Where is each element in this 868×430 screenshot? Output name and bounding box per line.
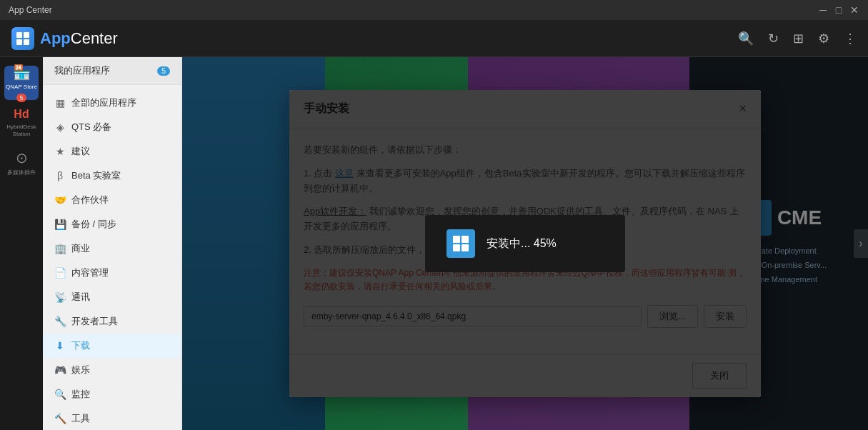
all-apps-icon: ▦ [54,97,66,109]
sidebar-item-recommendations[interactable]: ★ 建议 [43,139,181,164]
multimedia-label: 多媒体插件 [7,169,36,176]
logo-text: AppCenter [40,29,118,48]
my-apps-badge: 5 [157,66,170,76]
recommendations-icon: ★ [54,146,66,157]
refresh-button[interactable]: ↻ [768,31,779,46]
tools-icon: 🔨 [54,413,66,424]
qnap-store-badge: 5 [16,94,26,102]
sidebar-item-download[interactable]: ⬇ 下载 [43,334,181,358]
progress-icon [447,229,475,258]
comms-icon: 📡 [54,291,66,303]
modal-overlay: 手动安装 × 若要安装新的组件，请依据以下步骤： 1. 点击 这里 来查看更多可… [182,57,868,430]
multimedia-icon: ⊙ [16,149,28,166]
my-apps-label: 我的应用程序 [54,64,110,77]
monitoring-icon: 🔍 [54,389,66,400]
app-layout: AppCenter 🔍 ↻ ⊞ ⚙ ⋮ 🏪 QNAP Store 5 Hd Hy… [0,20,868,430]
manage-button[interactable]: ⊞ [793,31,804,46]
app-header: AppCenter 🔍 ↻ ⊞ ⚙ ⋮ [0,20,868,57]
sidebar-item-backup[interactable]: 💾 备份 / 同步 [43,212,181,236]
settings-button[interactable]: ⚙ [818,31,829,46]
search-button[interactable]: 🔍 [738,31,754,46]
sidebar-item-tools[interactable]: 🔨 工具 [43,406,181,430]
partners-label: 合作伙伴 [71,194,109,206]
sidebar-item-multimedia[interactable]: ⊙ 多媒体插件 [4,146,39,180]
logo-icon [11,27,34,50]
store-icon: 🏪 [13,64,31,81]
comms-label: 通讯 [71,291,90,304]
sidebar-item-all-apps[interactable]: ▦ 全部的应用程序 [43,91,181,115]
sidebar-item-monitoring[interactable]: 🔍 监控 [43,382,181,406]
sidebar-nav-section: ▦ 全部的应用程序 ◈ QTS 必备 ★ 建议 β Beta 实验室 🤝 [43,85,181,430]
sidebar-item-qts[interactable]: ◈ QTS 必备 [43,115,181,139]
sidebar-item-entertainment[interactable]: 🎮 娱乐 [43,358,181,382]
sidebar-dark: 🏪 QNAP Store 5 Hd HybridDesk Station ⊙ 多… [0,57,43,430]
qts-label: QTS 必备 [71,121,111,134]
business-label: 商业 [71,242,90,255]
entertainment-icon: 🎮 [54,364,66,376]
sidebar-item-partners[interactable]: 🤝 合作伙伴 [43,188,181,212]
content-label: 内容管理 [71,266,109,279]
sidebar-item-devtools[interactable]: 🔧 开发者工具 [43,309,181,334]
beta-icon: β [54,170,66,181]
partners-icon: 🤝 [54,194,66,206]
sidebar-item-content[interactable]: 📄 内容管理 [43,261,181,285]
recommendations-label: 建议 [71,145,90,158]
maximize-button[interactable]: □ [834,5,844,15]
entertainment-label: 娱乐 [71,364,90,376]
main-content: G S CME • Accelerate Deployment • S [182,57,868,430]
minimize-button[interactable]: ─ [818,5,828,15]
business-icon: 🏢 [54,243,66,254]
sidebar-item-beta[interactable]: β Beta 实验室 [43,164,181,188]
hybriddesk-icon: Hd [14,108,29,121]
progress-overlay: 安装中... 45% [289,90,761,397]
sidebar-my-apps[interactable]: 我的应用程序 5 [43,57,181,85]
qts-icon: ◈ [54,121,66,133]
title-bar-label: App Center [9,5,52,15]
all-apps-label: 全部的应用程序 [71,96,136,109]
manual-install-modal: 手动安装 × 若要安装新的组件，请依据以下步骤： 1. 点击 这里 来查看更多可… [289,90,761,397]
progress-text: 安装中... 45% [487,236,557,251]
download-icon: ⬇ [54,340,66,351]
devtools-label: 开发者工具 [71,315,118,328]
backup-icon: 💾 [54,219,66,230]
hybriddesk-label: HybridDesk Station [4,124,39,137]
title-bar: App Center ─ □ ✕ [0,0,868,20]
header-actions: 🔍 ↻ ⊞ ⚙ ⋮ [738,31,857,46]
more-button[interactable]: ⋮ [844,31,857,46]
sidebar-item-business[interactable]: 🏢 商业 [43,236,181,261]
app-logo: AppCenter [11,27,118,50]
progress-box: 安装中... 45% [425,215,625,272]
app-body: 🏪 QNAP Store 5 Hd HybridDesk Station ⊙ 多… [0,57,868,430]
monitoring-label: 监控 [71,388,90,401]
backup-label: 备份 / 同步 [71,218,116,231]
devtools-icon: 🔧 [54,316,66,327]
sidebar-light: 我的应用程序 5 ▦ 全部的应用程序 ◈ QTS 必备 ★ 建议 β [43,57,182,430]
tools-label: 工具 [71,412,90,425]
content-icon: 📄 [54,267,66,279]
sidebar-item-comms[interactable]: 📡 通讯 [43,285,181,309]
close-window-button[interactable]: ✕ [849,5,859,15]
qnap-store-label: QNAP Store [6,84,37,91]
beta-label: Beta 实验室 [71,169,121,182]
title-bar-controls: ─ □ ✕ [818,5,859,15]
sidebar-item-qnap-store[interactable]: 🏪 QNAP Store 5 [4,66,39,100]
download-label: 下载 [71,339,90,352]
sidebar-item-hybriddesk[interactable]: Hd HybridDesk Station [4,106,39,140]
